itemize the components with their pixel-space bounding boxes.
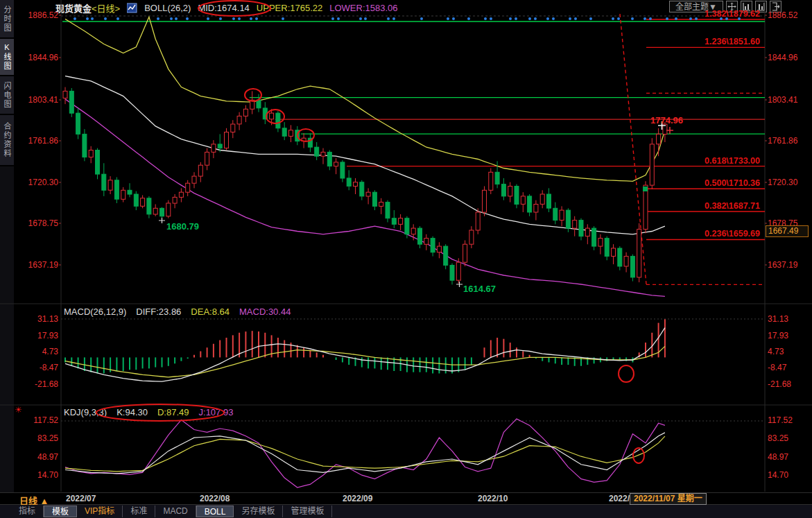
svg-text:1803.41: 1803.41	[768, 95, 798, 105]
macd-name[interactable]: MACD(26,12,9)	[64, 307, 126, 318]
boll-lower-value: LOWER:1583.06	[329, 3, 397, 13]
svg-text:-8.47: -8.47	[40, 363, 59, 372]
tab-templates[interactable]: 模板	[44, 506, 77, 517]
move-icon[interactable]	[726, 1, 738, 12]
kline-icon	[127, 3, 137, 13]
x-tick-oct: 2022/10	[478, 494, 508, 503]
svg-text:1844.96: 1844.96	[28, 53, 59, 62]
svg-text:31.13: 31.13	[37, 314, 58, 324]
bottom-toolbar: 指标 模板 VIP指标 标准 MACD BOLL 另存模板 管理模板	[0, 505, 812, 518]
x-axis-row: 日线 ▲ 2022/07 2022/08 2022/09 2022/10 202…	[0, 492, 812, 505]
boll-mid-value: MID:1674.14	[198, 3, 249, 13]
svg-text:1637.19: 1637.19	[768, 260, 798, 270]
x-tick-jul: 2022/07	[66, 494, 96, 503]
period-tag: <日线>	[92, 3, 120, 14]
axis-right-icon[interactable]	[755, 1, 767, 12]
tab-manage-template[interactable]: 管理模板	[283, 506, 332, 517]
sidebar-item-contract-info[interactable]: 合约资料	[0, 115, 14, 166]
tab-standard[interactable]: 标准	[123, 506, 155, 517]
macd-header: MACD(26,12,9) DIFF:23.86 DEA:8.64 MACD:3…	[64, 307, 291, 318]
current-price-badge: 1667.49	[766, 225, 809, 237]
macd-diff-value: DIFF:23.86	[136, 307, 181, 318]
kdj-j-value: J:107.93	[199, 407, 234, 418]
svg-text:1678.75: 1678.75	[28, 218, 59, 228]
sidebar-item-time-chart[interactable]: 分时图	[0, 0, 14, 39]
kdj-k-value: K:94.30	[116, 407, 148, 418]
x-tick-sep: 2022/09	[343, 494, 372, 503]
svg-text:-8.47: -8.47	[768, 363, 787, 372]
svg-text:17.93: 17.93	[37, 331, 58, 340]
svg-text:-21.68: -21.68	[35, 379, 58, 389]
svg-text:1637.19: 1637.19	[28, 260, 59, 270]
axis-left-icon[interactable]	[741, 1, 752, 12]
svg-text:4.73: 4.73	[42, 347, 59, 356]
kdj-name[interactable]: KDJ(9,3,3)	[64, 407, 107, 418]
x-tick-aug: 2022/08	[200, 494, 230, 503]
tab-macd[interactable]: MACD	[155, 506, 196, 517]
svg-text:1761.86: 1761.86	[28, 136, 59, 146]
svg-text:1844.96: 1844.96	[768, 53, 798, 62]
chart-plot-area[interactable]	[61, 0, 765, 492]
sidebar-item-kline-chart[interactable]: K线图	[0, 39, 14, 76]
trading-app-window: 分时图 K线图 闪电图 合约资料 现货黄金<日线> BOLL(26,2) MID…	[0, 0, 812, 518]
kdj-d-value: D:87.49	[157, 407, 189, 418]
boll-upper-value: UPPER:1765.22	[257, 3, 322, 13]
top-right-controls: 全部主题▼	[669, 1, 781, 12]
chart-type-sidebar: 分时图 K线图 闪电图 合约资料	[0, 0, 14, 518]
svg-text:1720.30: 1720.30	[28, 178, 59, 187]
svg-text:48.97: 48.97	[768, 452, 788, 462]
svg-text:1886.52: 1886.52	[28, 10, 59, 20]
indicator-settings-icon[interactable]: ☀	[15, 405, 22, 415]
svg-text:48.97: 48.97	[37, 452, 58, 462]
svg-text:14.70: 14.70	[768, 470, 788, 480]
svg-text:1761.86: 1761.86	[768, 136, 798, 146]
tab-indicators[interactable]: 指标	[11, 506, 44, 517]
svg-text:83.25: 83.25	[37, 433, 58, 443]
svg-text:117.52: 117.52	[768, 415, 793, 425]
svg-text:117.52: 117.52	[33, 415, 58, 425]
theme-dropdown-button[interactable]: 全部主题▼	[669, 1, 723, 12]
symbol-title: 现货黄金<日线>	[55, 1, 120, 15]
macd-dea-value: DEA:8.64	[191, 307, 230, 318]
svg-text:-21.68: -21.68	[768, 379, 791, 389]
cursor-date-label: 2022/11/07 星期一	[630, 493, 707, 505]
sidebar-item-lightning-chart[interactable]: 闪电图	[0, 76, 14, 115]
tab-vip-indicators[interactable]: VIP指标	[77, 506, 123, 517]
boll-indicator-label: BOLL(26,2)	[144, 3, 191, 13]
symbol-name: 现货黄金	[55, 3, 92, 14]
kdj-header: KDJ(9,3,3) K:94.30 D:87.49 J:107.93	[64, 407, 233, 418]
svg-text:17.93: 17.93	[768, 331, 788, 340]
svg-text:83.25: 83.25	[768, 433, 788, 443]
x-tick-nov-partial: 2022/	[609, 494, 630, 503]
svg-text:1803.41: 1803.41	[28, 95, 59, 105]
svg-text:31.13: 31.13	[768, 314, 788, 324]
tab-boll[interactable]: BOLL	[196, 506, 234, 517]
svg-text:1720.30: 1720.30	[768, 178, 798, 187]
exit-icon[interactable]	[770, 1, 781, 12]
svg-text:14.70: 14.70	[37, 470, 58, 480]
chart-title-bar: 现货黄金<日线> BOLL(26,2) MID:1674.14 UPPER:17…	[55, 0, 398, 15]
macd-value: MACD:30.44	[239, 307, 291, 318]
svg-text:4.73: 4.73	[768, 347, 784, 356]
tab-save-template[interactable]: 另存模板	[234, 506, 283, 517]
